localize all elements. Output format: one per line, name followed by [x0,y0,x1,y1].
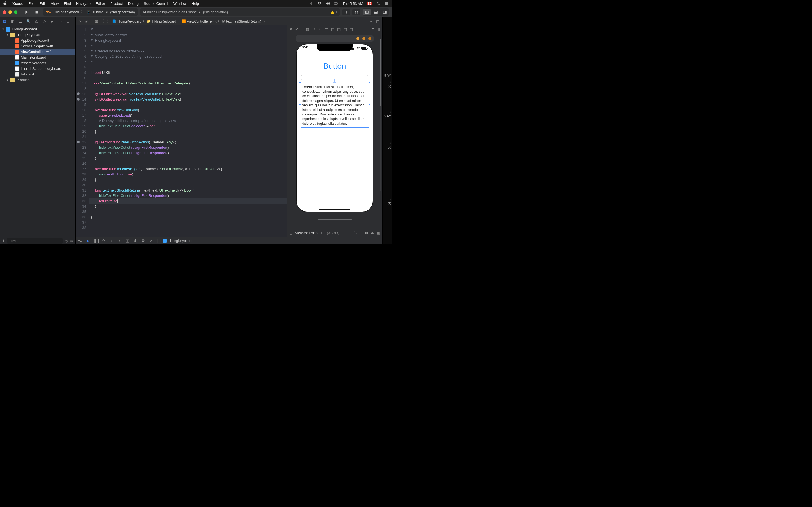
tree-row[interactable]: SceneDelegate.swift [0,43,75,49]
tree-row[interactable]: LaunchScreen.storyboard [0,66,75,71]
navigator-filter-input[interactable] [7,238,63,244]
selection-handle[interactable] [368,127,370,128]
menu-file[interactable]: File [29,1,35,6]
show-items-icon[interactable]: ▦ [94,19,99,24]
source-control-navigator-icon[interactable]: ◧ [10,19,15,24]
menu-navigate[interactable]: Navigate [76,1,91,6]
run-button[interactable] [22,9,31,15]
canvas-scene-icon[interactable]: ▤ [337,27,341,31]
volume-icon[interactable] [326,1,330,6]
resolve-icon[interactable]: ル [371,230,374,235]
canvas-file-icon[interactable]: ▤ [325,27,328,31]
recent-filter-icon[interactable]: ◷ [65,239,68,243]
toggle-debug-area-button[interactable] [372,9,380,15]
selection-handle[interactable] [299,105,301,106]
scheme-selector[interactable]: �때 HidingKeyboard 〉 📱 iPhone SE (2nd gen… [43,8,138,16]
wifi-icon[interactable] [317,1,322,6]
line-gutter[interactable]: 1234567891011121314151617181920212223242… [75,25,89,237]
toggle-inspector-button[interactable] [381,9,389,15]
selection-handle[interactable] [299,127,301,128]
debug-view-hierarchy-icon[interactable]: ◫ [125,238,130,243]
related-items-icon[interactable]: ⤢ [84,19,89,24]
canvas-forward-icon[interactable]: 〉 [318,27,322,32]
step-over-icon[interactable]: ↷ [101,238,106,243]
adjust-editor-icon[interactable]: ≡ [369,19,374,24]
embed-icon[interactable]: ◫ [377,231,380,235]
simulate-location-icon[interactable]: ➤ [149,238,153,243]
breadcrumb-segment[interactable]: 🟧ViewController.swift [182,19,216,23]
canvas-view-icon[interactable]: ▤ [343,27,347,31]
breakpoints-toggle-icon[interactable]: ▶ [86,238,90,243]
canvas-body[interactable]: → 9:41 Button [287,33,382,229]
breadcrumb-segment[interactable]: ⓂtextFieldShouldReturn(_:) [222,19,265,23]
tree-row[interactable]: ▼HidingKeyboard [0,26,75,32]
menu-list-icon[interactable] [385,1,389,6]
canvas-options-icon[interactable]: ≡ [371,27,374,31]
canvas-split-icon[interactable]: ◫ [377,27,380,31]
menu-find[interactable]: Find [64,1,71,6]
add-editor-icon[interactable]: ◫ [375,19,380,24]
activity-status[interactable]: Running HidingKeyboard on iPhone SE (2nd… [140,8,340,16]
env-overrides-icon[interactable]: ⚙ [141,238,146,243]
zoom-fit-icon[interactable]: ⛶ [353,231,357,235]
apple-logo-icon[interactable] [3,1,7,6]
forward-button[interactable]: 〉 [106,19,111,24]
pin-icon[interactable]: ⊞ [365,231,368,235]
step-out-icon[interactable]: ↑ [117,238,122,243]
menu-help[interactable]: Help [192,1,199,6]
view-as-label[interactable]: View as: iPhone 11 [295,231,324,235]
selection-handle[interactable] [368,82,370,84]
issue-navigator-icon[interactable]: ⚠ [34,19,39,24]
menubar-app-name[interactable]: Xcode [12,1,23,6]
menu-source-control[interactable]: Source Control [144,1,168,6]
bluetooth-icon[interactable] [309,1,313,6]
report-navigator-icon[interactable]: ☐ [65,19,70,24]
tree-row[interactable]: ViewController.swift [0,49,75,55]
ib-dot-icon[interactable] [356,37,359,40]
tree-row[interactable]: ▶Products [0,77,75,83]
tree-row[interactable]: ▼HidingKeyboard [0,32,75,38]
hide-debug-icon[interactable]: ▾▴ [78,238,82,243]
ui-button[interactable]: Button [299,62,370,71]
menubar-clock[interactable]: Tue 5:53 AM [343,1,363,6]
menu-window[interactable]: Window [173,1,186,6]
breadcrumb-segment[interactable]: 📁HidingKeyboard [147,19,176,23]
input-source-flag-icon[interactable] [367,2,372,5]
menu-editor[interactable]: Editor [96,1,105,6]
breadcrumb-segment[interactable]: 📘HidingKeyboard [112,19,141,23]
code-content[interactable]: //// ViewController.swift// HidingKeyboa… [89,25,287,237]
debug-navigator-icon[interactable]: ▸ [50,19,55,24]
window-zoom-button[interactable] [14,10,17,14]
debug-target[interactable]: HidingKeyboard [163,239,192,243]
project-tree[interactable]: ▼HidingKeyboard▼HidingKeyboardAppDelegat… [0,25,75,237]
breakpoint-navigator-icon[interactable]: ▭ [57,19,63,24]
canvas-items-icon[interactable]: ▦ [306,27,309,31]
menu-edit[interactable]: Edit [40,1,46,6]
toggle-navigator-button[interactable] [363,9,371,15]
step-into-icon[interactable]: ↓ [109,238,114,243]
canvas-object-icon[interactable]: ▤ [350,27,353,31]
canvas-expand-icon[interactable]: ⤢ [295,27,298,31]
test-navigator-icon[interactable]: ◇ [42,19,47,24]
ib-dot-icon[interactable] [368,37,371,40]
spotlight-icon[interactable] [376,1,380,6]
window-minimize-button[interactable] [8,10,12,14]
tree-row[interactable]: Info.plist [0,71,75,77]
breadcrumb[interactable]: 📘HidingKeyboard〉📁HidingKeyboard〉🟧ViewCon… [112,19,265,24]
pause-continue-icon[interactable]: ❚❚ [94,238,98,243]
warning-badge[interactable]: 1 [331,10,337,14]
align-icon[interactable]: ⊟ [359,231,362,235]
ib-dot-icon[interactable] [362,37,365,40]
code-review-button[interactable] [352,9,360,15]
battery-icon[interactable] [334,1,339,6]
document-outline-toggle-icon[interactable]: ◫ [289,231,292,235]
canvas-h-scrollbar[interactable] [318,219,352,220]
canvas-v-scrollbar[interactable] [380,39,382,191]
debug-memory-icon[interactable]: ⋔ [133,238,138,243]
tree-row[interactable]: AppDelegate.swift [0,38,75,43]
menu-debug[interactable]: Debug [128,1,139,6]
source-editor[interactable]: 1234567891011121314151617181920212223242… [75,25,287,237]
window-close-button[interactable] [3,10,6,14]
menu-product[interactable]: Product [110,1,123,6]
stop-button[interactable] [33,9,41,15]
